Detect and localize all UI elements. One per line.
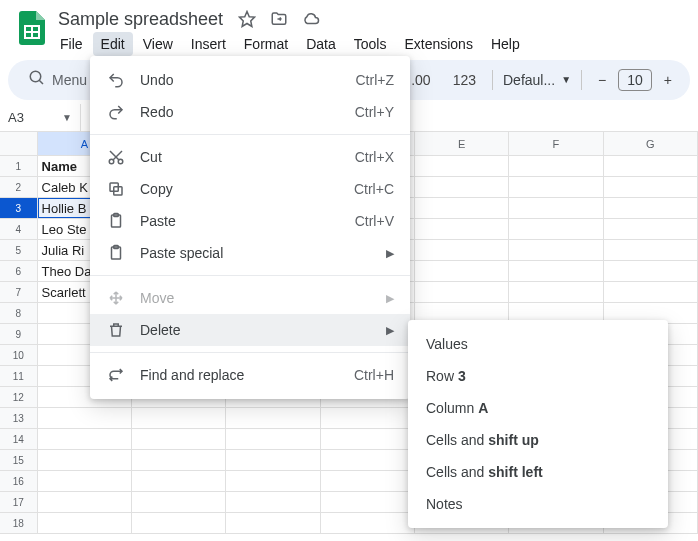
cell[interactable] (415, 198, 509, 218)
cell[interactable] (38, 513, 132, 533)
cell[interactable] (415, 240, 509, 260)
cell[interactable] (415, 261, 509, 281)
select-all-corner[interactable] (0, 132, 38, 155)
row-header[interactable]: 5 (0, 240, 38, 260)
cell[interactable] (509, 177, 603, 197)
cell[interactable] (415, 156, 509, 176)
row-header[interactable]: 4 (0, 219, 38, 239)
star-icon[interactable] (237, 9, 257, 29)
cell[interactable] (604, 261, 698, 281)
cell[interactable] (226, 513, 320, 533)
cell[interactable] (226, 408, 320, 428)
menu-data[interactable]: Data (298, 32, 344, 56)
cell[interactable] (604, 156, 698, 176)
toolbar-search[interactable]: Menu (20, 65, 95, 94)
submenu-item-values[interactable]: Values (408, 328, 668, 360)
cell[interactable] (321, 450, 415, 470)
menu-insert[interactable]: Insert (183, 32, 234, 56)
increase-font-size-button[interactable]: + (658, 68, 678, 92)
menu-format[interactable]: Format (236, 32, 296, 56)
menu-file[interactable]: File (52, 32, 91, 56)
menu-view[interactable]: View (135, 32, 181, 56)
col-header-e[interactable]: E (415, 132, 509, 155)
row-header[interactable]: 17 (0, 492, 38, 512)
menu-item-paste[interactable]: Paste Ctrl+V (90, 205, 410, 237)
cell[interactable] (509, 156, 603, 176)
row-header[interactable]: 6 (0, 261, 38, 281)
cell[interactable] (509, 282, 603, 302)
number-format-button[interactable]: 123 (447, 68, 482, 92)
col-header-g[interactable]: G (604, 132, 698, 155)
font-family-selector[interactable]: Defaul... ▼ (503, 72, 571, 88)
cell[interactable] (132, 408, 226, 428)
submenu-item-notes[interactable]: Notes (408, 488, 668, 520)
menu-item-find-replace[interactable]: Find and replace Ctrl+H (90, 359, 410, 391)
doc-title[interactable]: Sample spreadsheet (52, 7, 229, 32)
cell[interactable] (604, 198, 698, 218)
cloud-status-icon[interactable] (301, 9, 321, 29)
cell[interactable] (132, 471, 226, 491)
cell[interactable] (226, 429, 320, 449)
cell[interactable] (226, 450, 320, 470)
row-header[interactable]: 18 (0, 513, 38, 533)
row-header[interactable]: 16 (0, 471, 38, 491)
menu-item-delete[interactable]: Delete ▶ (90, 314, 410, 346)
row-header[interactable]: 9 (0, 324, 38, 344)
row-header[interactable]: 2 (0, 177, 38, 197)
row-header[interactable]: 7 (0, 282, 38, 302)
cell[interactable] (226, 492, 320, 512)
row-header[interactable]: 8 (0, 303, 38, 323)
cell[interactable] (38, 408, 132, 428)
submenu-item-shift-left[interactable]: Cells and shift left (408, 456, 668, 488)
row-header[interactable]: 15 (0, 450, 38, 470)
cell[interactable] (321, 471, 415, 491)
cell[interactable] (38, 471, 132, 491)
cell[interactable] (226, 471, 320, 491)
name-box[interactable]: A3 ▼ (0, 110, 80, 125)
cell[interactable] (509, 240, 603, 260)
menu-tools[interactable]: Tools (346, 32, 395, 56)
menu-item-undo[interactable]: Undo Ctrl+Z (90, 64, 410, 96)
cell[interactable] (604, 219, 698, 239)
row-header[interactable]: 13 (0, 408, 38, 428)
row-header[interactable]: 12 (0, 387, 38, 407)
menu-item-redo[interactable]: Redo Ctrl+Y (90, 96, 410, 128)
row-header[interactable]: 3 (0, 198, 38, 218)
cell[interactable] (132, 492, 226, 512)
menu-item-copy[interactable]: Copy Ctrl+C (90, 173, 410, 205)
cell[interactable] (132, 513, 226, 533)
submenu-item-row[interactable]: Row 3 (408, 360, 668, 392)
row-header[interactable]: 10 (0, 345, 38, 365)
cell[interactable] (321, 429, 415, 449)
cell[interactable] (321, 492, 415, 512)
menu-extensions[interactable]: Extensions (396, 32, 480, 56)
col-header-f[interactable]: F (509, 132, 603, 155)
cell[interactable] (38, 450, 132, 470)
menu-help[interactable]: Help (483, 32, 528, 56)
cell[interactable] (509, 198, 603, 218)
cell[interactable] (415, 219, 509, 239)
cell[interactable] (415, 282, 509, 302)
decrease-font-size-button[interactable]: − (592, 68, 612, 92)
menu-edit[interactable]: Edit (93, 32, 133, 56)
row-header[interactable]: 1 (0, 156, 38, 176)
row-header[interactable]: 14 (0, 429, 38, 449)
row-header[interactable]: 11 (0, 366, 38, 386)
cell[interactable] (509, 261, 603, 281)
submenu-item-shift-up[interactable]: Cells and shift up (408, 424, 668, 456)
cell[interactable] (38, 429, 132, 449)
cell[interactable] (509, 219, 603, 239)
menu-item-paste-special[interactable]: Paste special ▶ (90, 237, 410, 269)
sheets-logo[interactable] (12, 8, 52, 48)
font-size-input[interactable]: 10 (618, 69, 652, 91)
cell[interactable] (604, 240, 698, 260)
cell[interactable] (604, 177, 698, 197)
submenu-item-column[interactable]: Column A (408, 392, 668, 424)
cell[interactable] (604, 282, 698, 302)
cell[interactable] (415, 177, 509, 197)
move-folder-icon[interactable] (269, 9, 289, 29)
cell[interactable] (38, 492, 132, 512)
cell[interactable] (132, 450, 226, 470)
menu-item-cut[interactable]: Cut Ctrl+X (90, 141, 410, 173)
cell[interactable] (321, 513, 415, 533)
